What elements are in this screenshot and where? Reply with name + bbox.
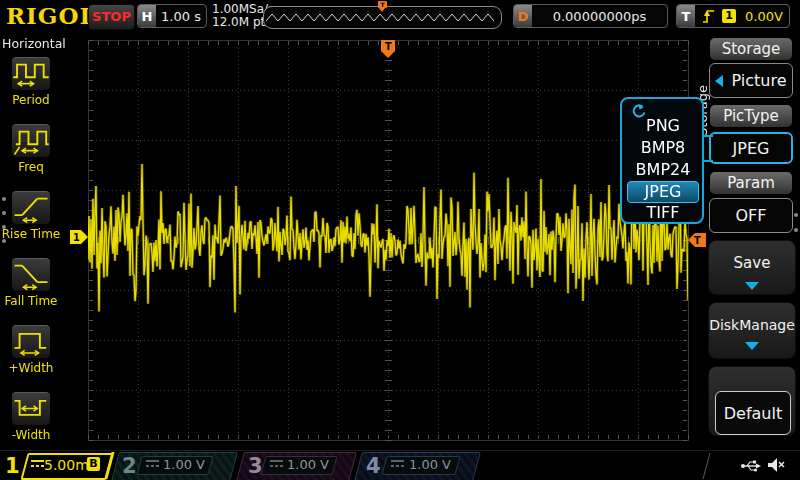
trigger-block: T 1 0.00V <box>676 4 790 28</box>
h-label: H <box>138 5 156 27</box>
bandwidth-limit-badge: B <box>87 457 100 471</box>
plus-width-icon <box>11 324 51 359</box>
measure-item-plus-width[interactable]: +Width <box>0 324 62 384</box>
panel-dot <box>794 213 798 217</box>
chevron-down-icon <box>745 342 759 350</box>
popup-item-jpeg[interactable]: JPEG <box>627 181 699 203</box>
dc-coupling-icon <box>146 460 159 469</box>
oscilloscope-screen: RIGOL STOP H 1.00 s 1.00MSa/s 12.0M pts … <box>0 0 800 480</box>
delay-block: D 0.00000000ps <box>513 4 668 28</box>
trigger-label: T <box>677 5 695 27</box>
pictype-header: PicType <box>710 105 792 127</box>
channel-status-bar: 1 5.00mV B 2 1.00 V <box>0 450 800 480</box>
status-divider <box>703 453 711 479</box>
dc-coupling-icon <box>31 460 44 469</box>
trigger-slope-icon <box>702 8 716 25</box>
rigol-logo: RIGOL <box>6 2 97 29</box>
speaker-muted-icon <box>766 456 786 475</box>
dc-coupling-icon <box>391 460 404 469</box>
storage-type-button[interactable]: Picture <box>709 63 793 98</box>
popup-item-bmp8[interactable]: BMP8 <box>628 138 698 158</box>
measure-sidebar-title: Horizontal <box>2 36 66 51</box>
popup-item-png[interactable]: PNG <box>628 116 698 136</box>
panel-dot <box>794 228 798 232</box>
chevron-down-icon <box>745 282 759 290</box>
popup-item-tiff[interactable]: TIFF <box>628 203 698 223</box>
measure-item-minus-width[interactable]: -Width <box>0 391 62 451</box>
usb-icon <box>740 458 762 474</box>
default-button[interactable]: Default <box>715 391 791 435</box>
panel-dot <box>2 197 6 201</box>
delay-value: 0.00000000ps <box>532 9 667 24</box>
trigger-level-value: 0.00V <box>745 9 783 24</box>
panel-dot <box>2 211 6 215</box>
timebase-value: 1.00 s <box>156 9 206 24</box>
measure-item-freq[interactable]: Freq <box>0 123 62 183</box>
minus-width-icon <box>11 391 51 426</box>
measure-item-period[interactable]: Period <box>0 56 62 116</box>
dc-coupling-icon <box>270 460 283 469</box>
fall-time-icon <box>11 257 51 292</box>
pictype-button[interactable]: JPEG <box>709 132 793 164</box>
top-status-bar: RIGOL STOP H 1.00 s 1.00MSa/s 12.0M pts … <box>0 0 800 32</box>
horizontal-scale-block: H 1.00 s <box>137 4 207 28</box>
measure-sidebar: Horizontal Period Freq <box>0 32 62 450</box>
storage-menu-panel: Storage Picture PicType JPEG Param OFF S… <box>706 32 800 450</box>
param-button[interactable]: OFF <box>709 198 793 233</box>
diskmanage-button[interactable]: DiskManage <box>708 302 796 359</box>
measure-item-fall-time[interactable]: Fall Time <box>0 257 62 317</box>
default-group: Default <box>708 366 796 436</box>
period-icon <box>11 56 51 91</box>
popup-item-bmp24[interactable]: BMP24 <box>628 160 698 180</box>
scope-display <box>0 0 800 480</box>
param-header: Param <box>710 172 792 194</box>
freq-icon <box>11 123 51 158</box>
storage-menu-title: Storage <box>710 38 792 60</box>
preview-trigger-marker[interactable]: T <box>378 1 387 12</box>
trigger-source-badge: 1 <box>722 9 736 23</box>
pictype-popup-menu: PNG BMP8 BMP24 JPEG TIFF <box>620 97 704 224</box>
chevron-left-icon <box>715 75 723 87</box>
run-stop-status[interactable]: STOP <box>88 4 135 30</box>
measure-item-rise-time[interactable]: Rise Time <box>0 190 62 250</box>
save-button[interactable]: Save <box>708 240 796 295</box>
delay-label: D <box>514 5 532 27</box>
panel-dot <box>2 239 6 243</box>
panel-dot <box>2 225 6 229</box>
rise-time-icon <box>11 190 51 225</box>
